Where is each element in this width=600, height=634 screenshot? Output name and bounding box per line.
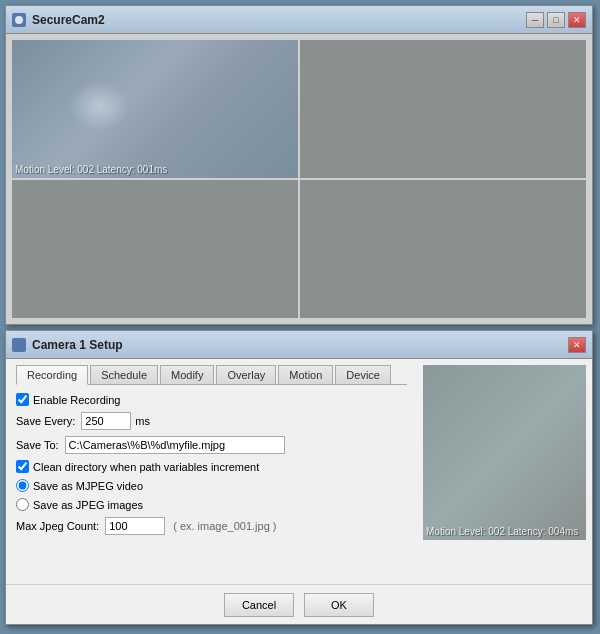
dialog-left-panel: Recording Schedule Modify Overlay Motion…: [6, 359, 417, 584]
save-to-input[interactable]: [65, 436, 285, 454]
save-every-input[interactable]: [81, 412, 131, 430]
save-jpeg-label: Save as JPEG images: [33, 499, 143, 511]
max-jpeg-hint: ( ex. image_001.jpg ): [173, 520, 276, 532]
camera-cell-top-left: Motion Level: 002 Latency: 001ms: [12, 40, 298, 178]
main-window-controls: ─ □ ✕: [526, 12, 586, 28]
minimize-button[interactable]: ─: [526, 12, 544, 28]
camera-cell-top-right: [300, 40, 586, 178]
cancel-button[interactable]: Cancel: [224, 593, 294, 617]
tab-modify[interactable]: Modify: [160, 365, 214, 384]
save-jpeg-radio[interactable]: [16, 498, 29, 511]
camera-grid: Motion Level: 002 Latency: 001ms: [6, 34, 592, 324]
max-jpeg-input[interactable]: [105, 517, 165, 535]
main-titlebar: SecureCam2 ─ □ ✕: [6, 6, 592, 34]
save-mjpeg-radio[interactable]: [16, 479, 29, 492]
save-jpeg-row: Save as JPEG images: [16, 498, 407, 511]
dialog-window: Camera 1 Setup ✕ Recording Schedule Modi…: [5, 330, 593, 625]
tab-device[interactable]: Device: [335, 365, 391, 384]
tab-bar: Recording Schedule Modify Overlay Motion…: [16, 365, 407, 385]
main-window: SecureCam2 ─ □ ✕ Motion Level: 002 Laten…: [5, 5, 593, 325]
dialog-title: Camera 1 Setup: [32, 338, 568, 352]
dialog-icon: [12, 338, 26, 352]
ok-button[interactable]: OK: [304, 593, 374, 617]
main-window-title: SecureCam2: [32, 13, 526, 27]
tab-overlay[interactable]: Overlay: [216, 365, 276, 384]
dialog-preview: Motion Level: 002 Latency: 004ms: [423, 365, 586, 540]
preview-overlay: Motion Level: 002 Latency: 004ms: [426, 526, 578, 537]
dialog-content: Recording Schedule Modify Overlay Motion…: [6, 359, 592, 584]
enable-recording-label: Enable Recording: [33, 394, 120, 406]
save-mjpeg-label: Save as MJPEG video: [33, 480, 143, 492]
save-every-row: Save Every: ms: [16, 412, 407, 430]
clean-directory-row: Clean directory when path variables incr…: [16, 460, 407, 473]
svg-point-0: [15, 16, 23, 24]
close-button[interactable]: ✕: [568, 12, 586, 28]
tab-recording[interactable]: Recording: [16, 365, 88, 385]
save-mjpeg-row: Save as MJPEG video: [16, 479, 407, 492]
tab-motion[interactable]: Motion: [278, 365, 333, 384]
enable-recording-row: Enable Recording: [16, 393, 407, 406]
dialog-footer: Cancel OK: [6, 584, 592, 624]
save-every-label: Save Every:: [16, 415, 75, 427]
maximize-button[interactable]: □: [547, 12, 565, 28]
camera-overlay-top-left: Motion Level: 002 Latency: 001ms: [15, 164, 167, 175]
tab-schedule[interactable]: Schedule: [90, 365, 158, 384]
max-jpeg-label: Max Jpeg Count:: [16, 520, 99, 532]
clean-directory-checkbox[interactable]: [16, 460, 29, 473]
camera-cell-bottom-right: [300, 180, 586, 318]
clean-directory-label: Clean directory when path variables incr…: [33, 461, 259, 473]
camera-cell-bottom-left: [12, 180, 298, 318]
save-every-unit: ms: [135, 415, 150, 427]
dialog-titlebar: Camera 1 Setup ✕: [6, 331, 592, 359]
enable-recording-checkbox[interactable]: [16, 393, 29, 406]
save-to-label: Save To:: [16, 439, 59, 451]
app-icon: [12, 13, 26, 27]
save-to-row: Save To:: [16, 436, 407, 454]
dialog-right-panel: Motion Level: 002 Latency: 004ms: [417, 359, 592, 584]
max-jpeg-row: Max Jpeg Count: ( ex. image_001.jpg ): [16, 517, 407, 535]
dialog-close-button[interactable]: ✕: [568, 337, 586, 353]
